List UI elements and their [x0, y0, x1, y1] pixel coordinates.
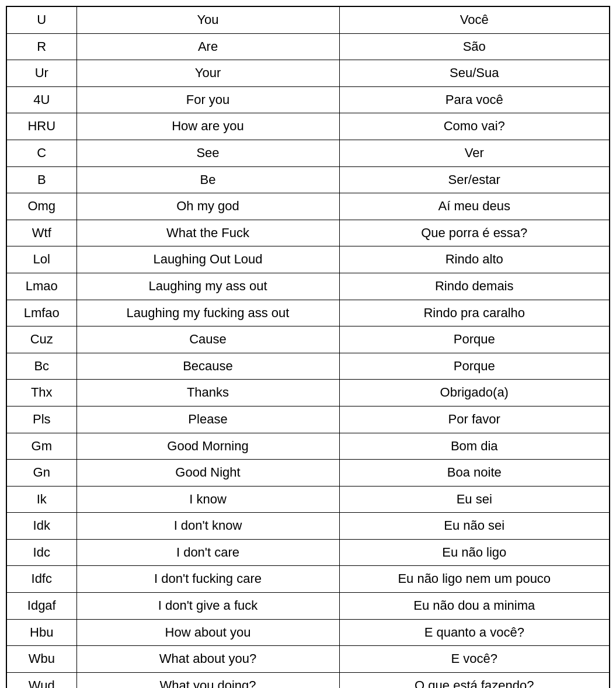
english-cell: See	[76, 140, 339, 166]
table-row: WudWhat you doing?O que está fazendo?	[6, 672, 610, 688]
abbreviation-cell: 4U	[6, 86, 76, 113]
abbreviation-cell: Omg	[6, 193, 76, 220]
portuguese-cell: Eu não dou a minima	[339, 593, 610, 620]
table-row: 4UFor youPara você	[6, 86, 610, 113]
table-row: UrYourSeu/Sua	[6, 60, 610, 87]
table-row: IdkI don't knowEu não sei	[6, 513, 610, 540]
portuguese-cell: Eu não ligo	[339, 539, 610, 566]
abbreviation-cell: Ik	[6, 486, 76, 513]
english-cell: I don't know	[76, 513, 339, 540]
english-cell: For you	[76, 86, 339, 113]
table-row: UYouVocê	[6, 6, 610, 33]
portuguese-cell: Boa noite	[339, 460, 610, 487]
english-cell: What about you?	[76, 646, 339, 673]
main-container: UYouVocêRAreSãoUrYourSeu/Sua4UFor youPar…	[6, 6, 610, 688]
abbreviation-cell: Idc	[6, 539, 76, 566]
english-cell: Laughing Out Loud	[76, 246, 339, 273]
abbreviation-cell: Wud	[6, 672, 76, 688]
english-cell: I know	[76, 486, 339, 513]
abbreviation-cell: U	[6, 6, 76, 33]
abbreviation-cell: Cuz	[6, 326, 76, 353]
table-row: LmfaoLaughing my fucking ass outRindo pr…	[6, 300, 610, 326]
portuguese-cell: Você	[339, 6, 610, 33]
table-row: WtfWhat the FuckQue porra é essa?	[6, 220, 610, 246]
table-row: BBeSer/estar	[6, 166, 610, 193]
abbreviation-cell: Idk	[6, 513, 76, 540]
english-cell: Laughing my ass out	[76, 273, 339, 300]
english-cell: How about you	[76, 619, 339, 646]
table-row: IdfcI don't fucking careEu não ligo nem …	[6, 566, 610, 593]
portuguese-cell: Eu não sei	[339, 513, 610, 540]
portuguese-cell: Porque	[339, 326, 610, 353]
portuguese-cell: Aí meu deus	[339, 193, 610, 220]
english-cell: Oh my god	[76, 193, 339, 220]
table-row: IdgafI don't give a fuckEu não dou a min…	[6, 593, 610, 620]
english-cell: Are	[76, 33, 339, 60]
abbreviation-cell: Wbu	[6, 646, 76, 673]
abbreviation-cell: Wtf	[6, 220, 76, 246]
portuguese-cell: Seu/Sua	[339, 60, 610, 87]
english-cell: Your	[76, 60, 339, 87]
english-cell: What the Fuck	[76, 220, 339, 246]
portuguese-cell: Ver	[339, 140, 610, 166]
table-row: ThxThanksObrigado(a)	[6, 380, 610, 406]
portuguese-cell: Eu não ligo nem um pouco	[339, 566, 610, 593]
portuguese-cell: Rindo pra caralho	[339, 300, 610, 326]
table-row: LmaoLaughing my ass outRindo demais	[6, 273, 610, 300]
english-cell: I don't care	[76, 539, 339, 566]
abbreviation-cell: Pls	[6, 406, 76, 433]
english-cell: How are you	[76, 113, 339, 140]
portuguese-cell: E quanto a você?	[339, 619, 610, 646]
portuguese-cell: O que está fazendo?	[339, 672, 610, 688]
table-row: WbuWhat about you?E você?	[6, 646, 610, 673]
abbreviation-cell: C	[6, 140, 76, 166]
table-row: LolLaughing Out LoudRindo alto	[6, 246, 610, 273]
english-cell: You	[76, 6, 339, 33]
english-cell: Good Morning	[76, 433, 339, 460]
table-row: RAreSão	[6, 33, 610, 60]
portuguese-cell: Para você	[339, 86, 610, 113]
portuguese-cell: Que porra é essa?	[339, 220, 610, 246]
english-cell: Please	[76, 406, 339, 433]
english-cell: I don't fucking care	[76, 566, 339, 593]
english-cell: Be	[76, 166, 339, 193]
abbreviation-cell: Lmao	[6, 273, 76, 300]
abbreviation-cell: Gm	[6, 433, 76, 460]
abbreviation-cell: Lol	[6, 246, 76, 273]
table-row: IdcI don't careEu não ligo	[6, 539, 610, 566]
portuguese-cell: Como vai?	[339, 113, 610, 140]
table-row: OmgOh my godAí meu deus	[6, 193, 610, 220]
table-row: GmGood MorningBom dia	[6, 433, 610, 460]
abbreviation-cell: Gn	[6, 460, 76, 487]
table-row: CSeeVer	[6, 140, 610, 166]
abbreviation-cell: HRU	[6, 113, 76, 140]
abbreviation-cell: Hbu	[6, 619, 76, 646]
abbreviation-cell: R	[6, 33, 76, 60]
english-cell: Good Night	[76, 460, 339, 487]
abbreviation-cell: B	[6, 166, 76, 193]
portuguese-cell: Por favor	[339, 406, 610, 433]
abbreviation-cell: Thx	[6, 380, 76, 406]
abbreviation-cell: Ur	[6, 60, 76, 87]
portuguese-cell: Bom dia	[339, 433, 610, 460]
english-cell: I don't give a fuck	[76, 593, 339, 620]
portuguese-cell: Rindo demais	[339, 273, 610, 300]
english-cell: Laughing my fucking ass out	[76, 300, 339, 326]
table-row: HbuHow about youE quanto a você?	[6, 619, 610, 646]
portuguese-cell: Ser/estar	[339, 166, 610, 193]
portuguese-cell: Rindo alto	[339, 246, 610, 273]
portuguese-cell: Porque	[339, 353, 610, 380]
abbreviation-cell: Idgaf	[6, 593, 76, 620]
table-row: PlsPleasePor favor	[6, 406, 610, 433]
portuguese-cell: São	[339, 33, 610, 60]
english-cell: What you doing?	[76, 672, 339, 688]
table-row: HRUHow are youComo vai?	[6, 113, 610, 140]
portuguese-cell: Obrigado(a)	[339, 380, 610, 406]
table-row: BcBecausePorque	[6, 353, 610, 380]
table-row: IkI knowEu sei	[6, 486, 610, 513]
table-row: CuzCausePorque	[6, 326, 610, 353]
portuguese-cell: Eu sei	[339, 486, 610, 513]
english-cell: Because	[76, 353, 339, 380]
english-cell: Cause	[76, 326, 339, 353]
english-cell: Thanks	[76, 380, 339, 406]
